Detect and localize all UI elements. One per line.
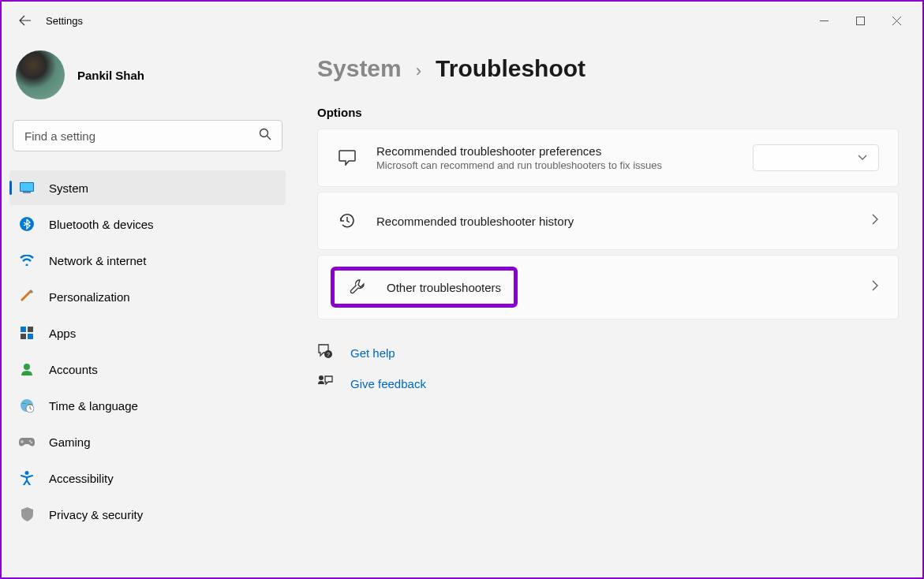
nav: System Bluetooth & devices Network & int… [9, 170, 286, 532]
close-button[interactable] [878, 8, 915, 33]
sidebar-item-accounts[interactable]: Accounts [9, 352, 286, 387]
sidebar-item-label: Apps [49, 327, 76, 340]
svg-point-15 [25, 471, 29, 475]
get-help-link[interactable]: ? Get help [317, 343, 899, 362]
search-input[interactable] [13, 120, 282, 151]
card-subtitle: Microsoft can recommend and run troubles… [376, 159, 734, 171]
sidebar-item-label: Accounts [49, 363, 98, 376]
sidebar-item-label: Network & internet [49, 254, 146, 267]
svg-rect-0 [856, 17, 864, 24]
help-icon: ? [317, 343, 335, 362]
clock-globe-icon [19, 398, 35, 413]
window-controls [806, 8, 915, 33]
sidebar-item-privacy[interactable]: Privacy & security [9, 497, 286, 532]
sidebar-item-label: Accessibility [49, 472, 114, 485]
sidebar: Pankil Shah System Bluetooth & devices [2, 39, 294, 577]
sidebar-item-label: Privacy & security [49, 508, 143, 521]
paintbrush-icon [19, 289, 35, 304]
bluetooth-icon [19, 216, 35, 232]
feedback-link-text: Give feedback [350, 377, 426, 390]
card-history[interactable]: Recommended troubleshooter history [317, 192, 899, 250]
maximize-icon [856, 17, 865, 25]
svg-rect-8 [21, 334, 26, 339]
svg-point-13 [29, 440, 32, 443]
sidebar-item-system[interactable]: System [9, 170, 286, 205]
wifi-icon [19, 252, 35, 268]
svg-text:?: ? [327, 352, 330, 357]
history-icon [337, 212, 357, 230]
svg-rect-3 [21, 183, 33, 191]
chevron-right-icon [872, 214, 879, 228]
sidebar-item-label: Gaming [49, 435, 91, 449]
gamepad-icon [19, 434, 35, 450]
svg-point-10 [24, 364, 30, 370]
maximize-button[interactable] [842, 8, 878, 33]
sidebar-item-apps[interactable]: Apps [9, 316, 286, 350]
shield-icon [19, 506, 35, 522]
page-title: Troubleshoot [436, 55, 585, 82]
user-name: Pankil Shah [77, 69, 144, 82]
card-other-troubleshooters[interactable]: Other troubleshooters [317, 255, 899, 319]
sidebar-item-bluetooth[interactable]: Bluetooth & devices [9, 207, 286, 241]
arrow-left-icon [19, 14, 32, 27]
chevron-right-icon [872, 280, 879, 294]
sidebar-item-label: System [49, 181, 88, 195]
sidebar-item-label: Personalization [49, 290, 130, 304]
breadcrumb-parent[interactable]: System [317, 55, 402, 82]
card-title: Recommended troubleshooter preferences [376, 144, 734, 158]
highlight-annotation: Other troubleshooters [331, 267, 518, 308]
breadcrumb-separator-icon: › [416, 61, 421, 81]
minimize-button[interactable] [806, 8, 842, 33]
person-icon [19, 361, 35, 377]
avatar [16, 50, 65, 99]
feedback-link[interactable]: Give feedback [317, 375, 899, 392]
card-recommended-prefs[interactable]: Recommended troubleshooter preferences M… [317, 129, 899, 187]
svg-rect-4 [23, 192, 31, 193]
prefs-dropdown[interactable] [753, 144, 879, 171]
titlebar: Settings [2, 2, 922, 39]
chat-icon [337, 150, 357, 166]
svg-rect-6 [21, 327, 26, 332]
close-icon [892, 17, 901, 25]
search-wrap [13, 120, 282, 151]
back-button[interactable] [9, 5, 41, 36]
wrench-icon [347, 278, 368, 296]
svg-point-14 [31, 442, 33, 444]
window-title: Settings [46, 15, 83, 27]
card-title: Recommended troubleshooter history [376, 215, 853, 228]
card-title: Other troubleshooters [387, 281, 501, 294]
feedback-icon [317, 375, 335, 392]
svg-point-1 [260, 129, 268, 137]
help-link-text: Get help [350, 346, 395, 360]
system-icon [19, 180, 35, 196]
sidebar-item-accessibility[interactable]: Accessibility [9, 461, 286, 495]
sidebar-item-label: Time & language [49, 399, 138, 413]
search-icon [259, 128, 271, 144]
section-title: Options [317, 106, 899, 119]
main-content: System › Troubleshoot Options Recommende… [294, 39, 922, 577]
sidebar-item-network[interactable]: Network & internet [9, 243, 286, 278]
svg-point-18 [319, 375, 324, 380]
sidebar-item-time[interactable]: Time & language [9, 388, 286, 423]
minimize-icon [820, 17, 829, 25]
breadcrumb: System › Troubleshoot [317, 55, 899, 82]
apps-icon [19, 325, 35, 341]
svg-rect-7 [28, 327, 33, 332]
sidebar-item-label: Bluetooth & devices [49, 218, 154, 231]
user-block[interactable]: Pankil Shah [9, 39, 286, 120]
sidebar-item-personalization[interactable]: Personalization [9, 279, 286, 314]
sidebar-item-gaming[interactable]: Gaming [9, 424, 286, 459]
help-links: ? Get help Give feedback [317, 343, 899, 392]
chevron-down-icon [858, 155, 867, 161]
svg-rect-9 [28, 334, 33, 339]
accessibility-icon [19, 470, 35, 486]
